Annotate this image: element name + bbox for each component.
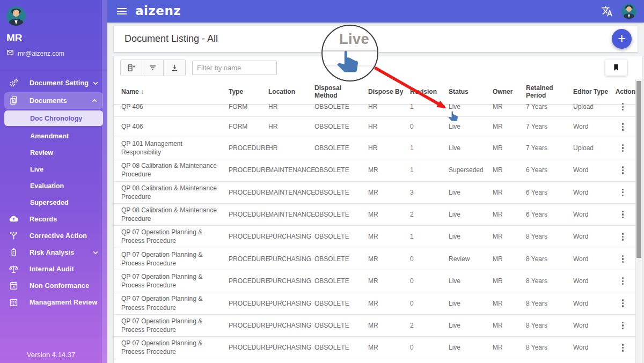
cell-disposal_method: OBSOLETE <box>312 270 366 292</box>
split-arrows-icon <box>6 231 20 241</box>
kebab-menu-icon[interactable] <box>619 186 627 198</box>
sidebar-item-managament-review[interactable]: Managament Review <box>0 294 107 310</box>
filter-by-name-input[interactable] <box>192 61 277 75</box>
cell-editor_type: Word <box>571 182 614 203</box>
cell-retained_period: 8 Years <box>524 337 571 358</box>
sidebar-item-corrective-action[interactable]: Corrective Action <box>0 227 107 244</box>
filter-icon[interactable] <box>142 60 164 76</box>
table-row[interactable]: QP 06 Contract Review & Customer Feedbac… <box>114 359 635 363</box>
kebab-menu-icon[interactable] <box>619 253 627 265</box>
table-row[interactable]: QP 406FORMHROBSOLETEHR0LiveMR7 YearsWord <box>114 117 635 137</box>
kebab-menu-icon[interactable] <box>619 231 627 243</box>
cell-status: Live <box>447 315 491 336</box>
table-row[interactable]: QP 08 Calibration & Maintenance Procedur… <box>114 159 635 181</box>
cell-retained_period: 8 Years <box>524 248 571 270</box>
row-actions-cell <box>614 117 635 136</box>
cell-name: QP 06 Contract Review & Customer Feedbac… <box>119 359 226 363</box>
cell-disposal_method: OBSOLETE <box>312 248 366 270</box>
sidebar-item-documents[interactable]: Documents <box>4 92 103 109</box>
cell-editor_type: Word <box>571 315 614 336</box>
cell-type: PROCEDURE <box>226 182 266 203</box>
chevron-down-icon <box>91 248 100 257</box>
toolbar-button-group <box>120 60 186 76</box>
cell-retained_period: 6 Years <box>524 204 571 225</box>
cell-disposal_method: OBSOLETE <box>312 315 366 336</box>
sidebar-item-review[interactable]: Review <box>0 144 107 161</box>
sidebar-item-superseded[interactable]: Superseded <box>0 194 107 211</box>
cell-dispose_by: HR <box>366 97 408 116</box>
download-icon[interactable] <box>164 60 185 76</box>
cell-name: QP 406 <box>119 117 226 136</box>
add-row-icon[interactable] <box>121 60 142 76</box>
table-row[interactable]: QP 07 Operation Planning & Process Proce… <box>114 248 635 270</box>
cell-revision: 1 <box>408 97 447 116</box>
cell-type: PROCEDURE <box>226 270 266 292</box>
table-row[interactable]: QP 07 Operation Planning & Process Proce… <box>114 270 635 292</box>
table-scrollbar[interactable] <box>635 79 642 363</box>
kebab-menu-icon[interactable] <box>619 142 627 154</box>
kebab-menu-icon[interactable] <box>619 275 627 287</box>
table-row[interactable]: QP 07 Operation Planning & Process Proce… <box>114 315 635 337</box>
sidebar-item-live[interactable]: Live <box>0 161 107 177</box>
main-content: Document Listing - All + Name↓TypeLocati… <box>107 23 644 363</box>
user-avatar[interactable] <box>6 6 26 26</box>
row-actions-cell <box>614 182 635 203</box>
kebab-menu-icon[interactable] <box>619 342 627 354</box>
table-row[interactable]: QP 07 Operation Planning & Process Proce… <box>114 292 635 314</box>
table-row[interactable]: QP 101 Management ResponsibilityPROCEDUR… <box>114 137 635 159</box>
cell-disposal_method: OBSOLETE <box>312 292 366 314</box>
cell-location: PURCHASING <box>266 315 312 336</box>
bookmark-icon[interactable] <box>605 60 627 76</box>
cell-retained_period: 7 Years <box>524 97 571 116</box>
table-row[interactable]: QP 07 Operation Planning & Process Proce… <box>114 226 635 248</box>
sidebar-nav: Document SettingDocumentsDoc ChronologyA… <box>0 71 107 310</box>
cell-editor_type: Word <box>571 359 614 363</box>
cell-dispose_by: MR <box>366 159 408 181</box>
cell-owner: MR <box>491 359 524 363</box>
translate-icon[interactable] <box>601 5 613 17</box>
scale-icon <box>6 264 20 274</box>
cell-dispose_by: MR <box>366 204 408 225</box>
kebab-menu-icon[interactable] <box>619 320 627 332</box>
topbar-avatar[interactable] <box>621 4 636 19</box>
kebab-menu-icon[interactable] <box>619 209 627 221</box>
cell-type: FORM <box>226 117 266 136</box>
sidebar-item-document-setting[interactable]: Document Setting <box>0 75 107 91</box>
cell-disposal_method: OBSOLETE <box>312 97 366 116</box>
cell-name: QP 07 Operation Planning & Process Proce… <box>119 270 226 292</box>
cell-status: Live <box>447 226 491 247</box>
kebab-menu-icon[interactable] <box>619 164 627 176</box>
hamburger-icon[interactable] <box>116 4 128 18</box>
kebab-menu-icon[interactable] <box>619 297 627 309</box>
sidebar-item-amendment[interactable]: Amendment <box>0 128 107 144</box>
table-row[interactable]: QP 08 Calibration & Maintenance Procedur… <box>114 182 635 204</box>
table-row[interactable]: QP 08 Calibration & Maintenance Procedur… <box>114 204 635 226</box>
cell-status: Live <box>447 117 491 136</box>
cell-retained_period: 8 Years <box>524 292 571 314</box>
sidebar-item-records[interactable]: Records <box>0 211 107 227</box>
cell-revision: 1 <box>408 159 447 181</box>
cell-status: Live <box>447 292 491 314</box>
sidebar-item-evaluation[interactable]: Evaluation <box>0 177 107 194</box>
row-actions-cell <box>614 159 635 181</box>
cell-revision: 0 <box>408 337 447 358</box>
cell-retained_period: 7 Years <box>524 117 571 136</box>
table-row[interactable]: QP 07 Operation Planning & Process Proce… <box>114 337 635 359</box>
kebab-menu-icon[interactable] <box>619 101 627 113</box>
sidebar-item-internal-audit[interactable]: Internal Audit <box>0 261 107 277</box>
sidebar-item-doc-chronology[interactable]: Doc Chronology <box>4 110 103 126</box>
page-title: Document Listing - All <box>125 33 218 45</box>
cell-location: SALES <box>266 359 312 363</box>
user-email-row: mr@aizenz.com <box>6 49 107 58</box>
cell-type: PROCEDURE <box>226 292 266 314</box>
scrollbar-thumb[interactable] <box>636 81 641 258</box>
cell-status: Review <box>447 248 491 270</box>
app-logo[interactable]: aizenz <box>135 4 181 18</box>
table-row[interactable]: QP 406FORMHROBSOLETEHR1LiveMR7 YearsUplo… <box>114 97 635 117</box>
cell-location: PURCHASING <box>266 226 312 247</box>
add-document-button[interactable]: + <box>612 29 632 49</box>
sidebar-item-non-conformance[interactable]: Non Conformance <box>0 277 107 294</box>
cell-name: QP 07 Operation Planning & Process Proce… <box>119 337 226 358</box>
sidebar-item-risk-analysis[interactable]: Risk Analysis <box>0 244 107 261</box>
kebab-menu-icon[interactable] <box>619 121 627 133</box>
